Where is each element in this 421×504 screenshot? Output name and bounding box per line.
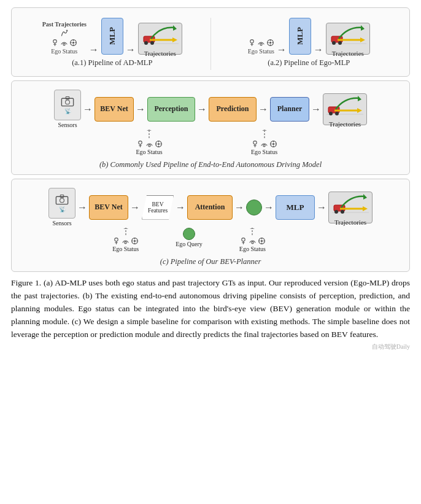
ego-status-b-left: Ego Status	[136, 149, 162, 155]
sensors-b: 📡	[54, 90, 81, 120]
ego-status-b-right: Ego Status	[251, 149, 277, 155]
svg-point-98	[261, 240, 263, 242]
mlp-box-a1: MLP	[101, 18, 123, 55]
svg-point-96	[252, 242, 253, 244]
traj-box-c: Trajectories	[328, 192, 373, 223]
bevnet-b: BEV Net	[95, 97, 134, 122]
ego-query-label: Ego Query	[176, 241, 203, 247]
section-b: 📡 Sensors → BEV Net → Perception → Predi…	[11, 80, 410, 175]
past-traj-icons	[60, 29, 69, 37]
traj-box-b: Trajectories	[323, 93, 367, 125]
svg-point-50	[148, 145, 150, 147]
ego-icons-b-right	[251, 140, 277, 148]
svg-point-36	[66, 100, 70, 104]
svg-marker-17	[173, 25, 177, 31]
svg-point-84	[125, 242, 126, 244]
ego-query-indicator	[183, 228, 195, 240]
mlp-box-c: MLP	[276, 195, 315, 220]
pipeline-a2: Ego Status → MLP →	[216, 18, 403, 70]
past-trajectories-label: Past Trajectories	[42, 21, 87, 28]
ego-status-label-a2: Ego Status	[248, 48, 274, 55]
caption-a2: (a.2) Pipeline of Ego-MLP	[268, 58, 350, 68]
svg-marker-58	[262, 130, 267, 131]
arrow-c-3: →	[176, 203, 185, 212]
arrow-a1-2: →	[126, 45, 136, 55]
ego-icons-c-left	[112, 237, 139, 245]
caption-c: (c) Pipeline of Our BEV-Planner	[17, 257, 404, 266]
svg-point-31	[338, 41, 342, 45]
ego-status-icons-a1	[51, 39, 77, 47]
svg-point-14	[150, 41, 154, 45]
svg-marker-16	[172, 37, 177, 42]
svg-point-40	[329, 112, 333, 115]
traj-box-a2: Trajectories	[326, 23, 370, 55]
svg-point-86	[134, 240, 136, 242]
arrow-c-4: →	[234, 203, 244, 212]
perception-b: Perception	[147, 97, 195, 122]
arrow-b-5: →	[311, 104, 321, 114]
sensors-c: 📡	[48, 188, 75, 219]
ego-status-label-a1: Ego Status	[51, 48, 77, 55]
svg-marker-44	[358, 96, 361, 101]
arrow-c-6: →	[317, 203, 326, 212]
svg-point-52	[157, 143, 159, 145]
ego-status-c-right: Ego Status	[239, 246, 266, 252]
arrow-a1-1: →	[89, 45, 99, 55]
svg-point-41	[335, 112, 339, 115]
caption-a1: (a.1) Pipeline of AD-MLP	[72, 58, 152, 68]
mlp-box-a2: MLP	[289, 18, 311, 55]
svg-marker-78	[363, 194, 367, 200]
ego-query-circle	[246, 200, 262, 215]
svg-point-30	[332, 41, 336, 45]
attention-c: Attention	[187, 195, 233, 220]
section-a: Past Trajectories Ego Status →	[11, 7, 410, 77]
svg-point-62	[263, 145, 265, 147]
svg-point-75	[341, 210, 344, 214]
svg-point-81	[115, 238, 118, 241]
arrow-b-2: →	[136, 104, 145, 114]
planner-b: Planner	[270, 97, 309, 122]
watermark: 自动驾驶Daily	[11, 343, 410, 351]
ego-status-icons-a2	[248, 39, 274, 47]
bevnet-c: BEV Net	[89, 195, 128, 220]
svg-marker-46	[147, 130, 152, 131]
arrow-c-5: →	[264, 203, 274, 212]
section-divider	[210, 18, 211, 70]
svg-point-74	[334, 210, 338, 214]
figure-caption: Figure 1. (a) AD-MLP uses both ego statu…	[11, 277, 410, 341]
svg-marker-34	[361, 25, 365, 31]
svg-point-21	[260, 44, 262, 45]
arrow-c-2: →	[130, 203, 140, 212]
svg-marker-43	[357, 108, 362, 113]
traj-box-a1: Trajectories	[138, 23, 182, 55]
svg-point-6	[72, 42, 74, 44]
svg-point-13	[144, 41, 148, 45]
svg-marker-80	[123, 228, 128, 229]
svg-marker-77	[363, 206, 368, 211]
ego-icons-c-right	[239, 237, 266, 245]
svg-point-47	[138, 141, 141, 144]
arrow-a2-1: →	[277, 45, 287, 55]
svg-point-70	[60, 198, 64, 203]
sensors-b-label: Sensors	[58, 122, 77, 128]
caption-b: (b) Commonly Used Pipeline of End-to-End…	[17, 160, 404, 169]
arrow-b-3: →	[197, 104, 207, 114]
prediction-b: Prediction	[209, 97, 257, 122]
ego-icons-b-left	[136, 140, 163, 148]
svg-marker-0	[66, 29, 68, 31]
pipeline-a1: Past Trajectories Ego Status →	[19, 18, 206, 70]
svg-point-23	[269, 42, 271, 44]
svg-point-59	[253, 141, 257, 144]
svg-point-4	[63, 44, 65, 45]
ego-status-c-left: Ego Status	[112, 246, 139, 252]
svg-marker-33	[360, 37, 365, 42]
bev-features-c: BEV Features	[142, 195, 174, 220]
svg-point-64	[272, 143, 274, 145]
arrow-c-1: →	[77, 203, 87, 212]
svg-point-1	[53, 40, 56, 43]
arrow-b-4: →	[258, 104, 268, 114]
svg-marker-92	[250, 228, 255, 229]
svg-point-93	[242, 238, 245, 241]
arrow-a2-2: →	[314, 45, 323, 55]
sensors-c-label: Sensors	[52, 220, 71, 227]
